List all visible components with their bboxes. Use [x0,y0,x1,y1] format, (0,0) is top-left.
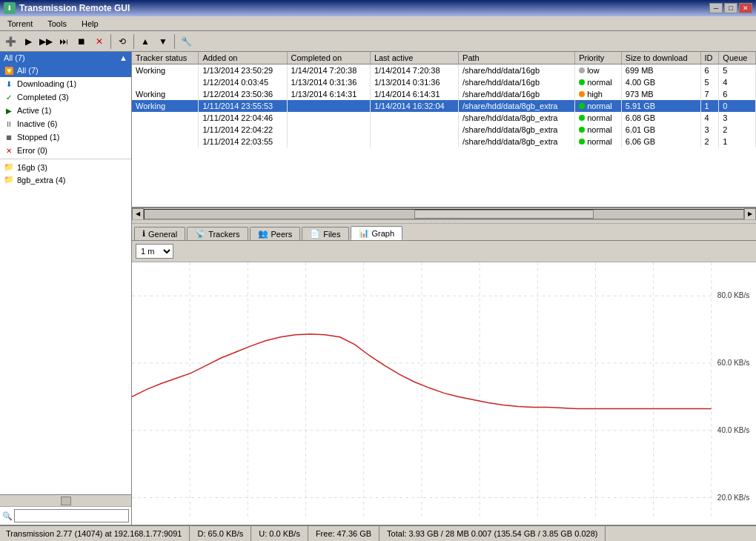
search-input[interactable] [14,509,129,522]
graph-controls: 1 m 5 m 15 m 1 h [132,241,756,262]
cell-tracker-status: Working [132,64,199,77]
col-priority[interactable]: Priority [575,52,622,64]
col-added-on[interactable]: Added on [199,52,287,64]
cell-completed-on [287,136,370,147]
toolbar-up-button[interactable]: ▲ [137,33,153,50]
sidebar-scroll-thumb[interactable] [61,497,71,505]
table-row[interactable]: Working 1/11/2014 23:55:53 1/14/2014 16:… [132,100,756,112]
folder-8gb-icon: 📁 [4,175,14,185]
sidebar-item-all[interactable]: 🔽 All (7) [0,64,131,77]
table-row[interactable]: Working 1/13/2014 23:50:29 1/14/2014 7:2… [132,64,756,77]
main-container: All (7) ▲ 🔽 All (7) ⬇ Downloading (1) ✓ … [0,52,756,525]
cell-id: 3 [700,124,719,136]
col-completed-on[interactable]: Completed on [287,52,370,64]
col-id[interactable]: ID [700,52,719,64]
scroll-thumb[interactable] [414,210,594,219]
menu-torrent[interactable]: Torrent [4,19,36,29]
sidebar-completed-label: Completed (3) [17,93,69,102]
sidebar-item-active[interactable]: ▶ Active (1) [0,104,131,117]
torrent-table: Tracker status Added on Completed on Las… [132,52,756,147]
maximize-button[interactable]: □ [724,3,737,13]
cell-priority: low [575,64,622,77]
sidebar-item-stopped[interactable]: ⏹ Stopped (1) [0,130,131,144]
cell-id: 4 [700,112,719,124]
cell-tracker-status [132,124,199,136]
cell-queue: 6 [719,88,756,100]
cell-priority: normal [575,76,622,88]
col-last-active[interactable]: Last active [370,52,458,64]
toolbar-start-button[interactable]: ▶ [20,33,36,50]
cell-size: 6.01 GB [621,124,700,136]
scroll-right-button[interactable]: ▶ [744,208,756,220]
sidebar-item-error[interactable]: ✕ Error (0) [0,144,131,157]
time-range-select[interactable]: 1 m 5 m 15 m 1 h [136,244,173,259]
cell-tracker-status: Working [132,100,199,112]
sidebar-8gb-label: 8gb_extra (4) [17,176,65,185]
window-controls[interactable]: ─ □ ✕ [709,3,752,13]
col-queue[interactable]: Queue [719,52,756,64]
sidebar-item-inactive[interactable]: ⏸ Inactive (6) [0,117,131,130]
tab-trackers[interactable]: 📡 Trackers [187,227,248,240]
priority-dot [579,79,585,85]
col-tracker-status[interactable]: Tracker status [132,52,199,64]
cell-last-active [370,124,458,136]
general-tab-label: General [148,230,177,239]
col-path[interactable]: Path [459,52,575,64]
sidebar-active-label: Active (1) [17,106,51,115]
cell-tracker-status: Working [132,88,199,100]
cell-priority: normal [575,124,622,136]
sidebar-header[interactable]: All (7) ▲ [0,52,131,64]
tab-general[interactable]: ℹ General [134,227,185,240]
sidebar-group-8gb-extra[interactable]: 📁 8gb_extra (4) [0,173,131,186]
toolbar-settings-button[interactable]: 🔧 [178,33,194,50]
toolbar: ➕ ▶ ▶▶ ⏭ ⏹ ✕ ⟲ ▲ ▼ 🔧 [0,31,756,52]
cell-last-active: 1/14/2014 6:14:31 [370,88,458,100]
toolbar-add-button[interactable]: ➕ [2,33,19,50]
close-button[interactable]: ✕ [739,3,752,13]
toolbar-pause-all-button[interactable]: ⏭ [56,33,72,50]
totals-text: Total: 3.93 GB / 28 MB 0.007 (135.54 GB … [387,529,597,538]
table-row[interactable]: 1/11/2014 22:03:55 /share/hdd/data/8gb_e… [132,136,756,147]
sidebar-item-downloading[interactable]: ⬇ Downloading (1) [0,77,131,90]
table-row[interactable]: 1/12/2014 0:03:45 1/13/2014 0:31:36 1/13… [132,76,756,88]
files-tab-icon: 📄 [310,229,320,239]
sidebar-group-16gb[interactable]: 📁 16gb (3) [0,161,131,173]
cell-queue: 4 [719,76,756,88]
cell-added-on: 1/12/2014 23:50:36 [199,88,287,100]
tab-graph[interactable]: 📊 Graph [351,226,403,240]
table-row[interactable]: 1/11/2014 22:04:22 /share/hdd/data/8gb_e… [132,124,756,136]
cell-path: /share/hdd/data/8gb_extra [459,100,575,112]
tab-peers[interactable]: 👥 Peers [250,227,301,240]
scroll-left-button[interactable]: ◀ [132,208,144,220]
toolbar-refresh-button[interactable]: ⟲ [114,33,130,50]
table-row[interactable]: Working 1/12/2014 23:50:36 1/13/2014 6:1… [132,88,756,100]
torrent-table-container: Tracker status Added on Completed on Las… [132,52,756,208]
toolbar-down-button[interactable]: ▼ [155,33,171,50]
sidebar-item-completed[interactable]: ✓ Completed (3) [0,90,131,104]
horizontal-scrollbar: ◀ ▶ [132,208,756,219]
cell-added-on: 1/11/2014 22:03:55 [199,136,287,147]
menu-tools[interactable]: Tools [44,19,70,29]
cell-completed-on: 1/13/2014 6:14:31 [287,88,370,100]
priority-dot [579,127,585,133]
toolbar-stop-button[interactable]: ⏹ [73,33,90,50]
cell-priority: high [575,88,622,100]
cell-size: 699 MB [621,64,700,77]
cell-last-active: 1/13/2014 0:31:36 [370,76,458,88]
col-size[interactable]: Size to download [621,52,700,64]
scroll-track[interactable] [144,209,744,219]
title-bar-left: ⬇ Transmission Remote GUI [4,2,130,14]
downloading-icon: ⬇ [4,79,14,89]
table-row[interactable]: 1/11/2014 22:04:46 /share/hdd/data/8gb_e… [132,112,756,124]
toolbar-start-all-button[interactable]: ▶▶ [38,33,54,50]
menu-help[interactable]: Help [78,19,102,29]
status-totals: Total: 3.93 GB / 28 MB 0.007 (135.54 GB … [379,526,606,541]
cell-last-active: 1/14/2014 16:32:04 [370,100,458,112]
sidebar-error-label: Error (0) [17,146,47,155]
toolbar-remove-button[interactable]: ✕ [91,33,107,50]
status-download: D: 65.0 KB/s [190,526,251,541]
tab-files[interactable]: 📄 Files [302,227,348,240]
minimize-button[interactable]: ─ [709,3,723,13]
sidebar-divider-1 [0,159,131,159]
sidebar-all-label: All (7) [17,66,39,75]
